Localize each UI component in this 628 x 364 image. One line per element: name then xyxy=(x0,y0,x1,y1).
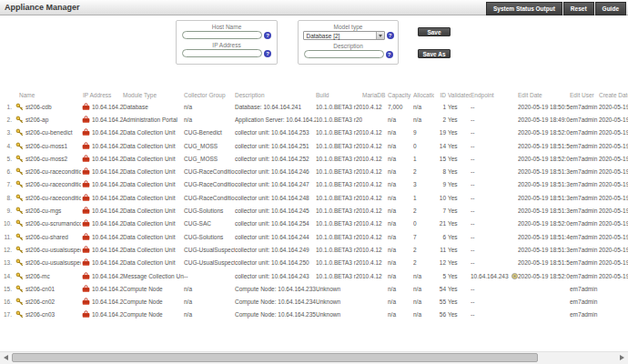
save-button[interactable]: Save xyxy=(418,27,451,36)
cell-validated: Yes xyxy=(448,204,471,217)
toolbox-icon[interactable] xyxy=(82,298,90,306)
model-type-select[interactable]: Database [2] xyxy=(303,31,385,40)
col-header-alloc[interactable]: Allocation xyxy=(413,89,434,100)
cell-text-alloc: n/a xyxy=(413,116,421,123)
toolbox-icon[interactable] xyxy=(82,180,90,188)
help-icon[interactable]: ? xyxy=(387,32,394,39)
col-header-id[interactable]: ID xyxy=(434,89,448,100)
chevron-down-icon[interactable] xyxy=(376,32,384,39)
guide-button[interactable]: Guide xyxy=(595,2,626,15)
key-icon[interactable] xyxy=(15,128,24,136)
help-icon[interactable]: ? xyxy=(264,50,271,57)
key-icon[interactable] xyxy=(15,219,24,228)
cell-text-desc: Compute Node: 10.64.164.235 xyxy=(235,311,316,318)
key-icon[interactable] xyxy=(15,194,24,202)
toolbox-icon[interactable] xyxy=(82,272,90,280)
key-icon[interactable] xyxy=(15,285,24,293)
toolbox-icon[interactable] xyxy=(82,258,90,267)
cell-capacity: n/a xyxy=(388,282,413,295)
help-icon[interactable]: ? xyxy=(386,51,393,58)
host-name-input[interactable] xyxy=(182,31,262,39)
cell-id: 5 xyxy=(434,269,448,282)
cell-text-desc: collector unit: 10.64.164.254 xyxy=(235,220,309,227)
cell-desc: collector unit: 10.64.164.252 xyxy=(235,152,316,165)
cell-edit_user: em7admin xyxy=(570,126,599,139)
key-icon[interactable] xyxy=(15,233,24,241)
key-icon[interactable] xyxy=(15,310,24,318)
save-as-button[interactable]: Save As xyxy=(418,49,451,58)
key-icon[interactable] xyxy=(15,258,24,267)
col-header-edit_user[interactable]: Edit User xyxy=(570,89,599,100)
key-icon[interactable] xyxy=(15,180,24,188)
cell-cug: CUG_MOSS xyxy=(184,152,235,165)
toolbox-icon[interactable] xyxy=(82,310,90,318)
cell-text-mariadb: 10.4.12 xyxy=(362,129,382,136)
toolbox-icon[interactable] xyxy=(82,219,90,228)
col-header-endpoint[interactable]: Endpoint xyxy=(471,89,518,100)
key-icon[interactable] xyxy=(15,116,24,124)
cell-text-create_date: 2020-05-19 xyxy=(599,234,628,240)
toolbox-icon[interactable] xyxy=(82,167,90,176)
cell-text-name: st206-cu-shared xyxy=(25,234,68,240)
cell-validated: Yes xyxy=(448,230,471,243)
cell-num: 8. xyxy=(0,191,15,204)
help-icon[interactable]: ? xyxy=(264,32,271,39)
cell-text-endpoint: -- xyxy=(471,195,474,201)
scroll-right-arrow-icon[interactable] xyxy=(620,355,624,360)
col-header-name[interactable]: Name xyxy=(15,89,81,100)
key-icon[interactable] xyxy=(15,155,24,163)
reset-button[interactable]: Reset xyxy=(563,2,594,15)
col-header-capacity[interactable]: Capacity xyxy=(388,89,413,100)
col-header-cug[interactable]: Collector Group xyxy=(184,89,235,100)
toolbox-icon[interactable] xyxy=(82,285,90,293)
scrollbar-thumb[interactable] xyxy=(12,353,538,362)
cell-build: Unknown xyxy=(316,282,362,295)
col-header-validated[interactable]: Validated xyxy=(448,89,471,100)
cell-text-endpoint: -- xyxy=(471,207,474,214)
toolbox-icon[interactable] xyxy=(82,207,90,215)
key-icon[interactable] xyxy=(15,246,24,254)
key-icon[interactable] xyxy=(15,103,24,111)
toolbox-icon[interactable] xyxy=(82,128,90,136)
toolbox-icon[interactable] xyxy=(82,142,90,150)
description-input[interactable] xyxy=(304,50,384,58)
cell-text-ip: 10.64.164.242 xyxy=(92,116,123,123)
col-header-build[interactable]: Build xyxy=(316,89,362,100)
key-icon[interactable] xyxy=(15,272,24,280)
key-icon[interactable] xyxy=(15,142,24,150)
col-header-ip[interactable]: IP Address xyxy=(81,89,123,100)
system-status-output-button[interactable]: System Status Output xyxy=(486,2,562,15)
toolbox-icon[interactable] xyxy=(82,233,90,241)
col-header-desc[interactable]: Description xyxy=(235,89,316,100)
cell-ip: 10.64.164.246 xyxy=(81,165,123,177)
scroll-left-arrow-icon[interactable] xyxy=(4,355,8,360)
cell-text-validated: Yes xyxy=(448,247,458,253)
col-header-module[interactable]: Module Type xyxy=(123,89,184,100)
toolbox-icon[interactable] xyxy=(82,116,90,124)
horizontal-scrollbar[interactable] xyxy=(0,351,628,364)
cell-text-build: 10.1.0.BETA3 r2097 xyxy=(316,259,362,266)
cell-text-create_date: 2020-05-19 xyxy=(599,104,628,110)
cell-text-create_date: 2020-05-19 xyxy=(599,247,628,253)
cell-text-name: st206-cu-moss2 xyxy=(25,156,67,162)
toolbox-icon[interactable] xyxy=(82,194,90,202)
key-icon[interactable] xyxy=(15,298,24,306)
system-icon[interactable] xyxy=(511,272,518,280)
key-icon[interactable] xyxy=(15,167,24,176)
cell-text-cug: n/a xyxy=(184,311,192,318)
cell-num: 10. xyxy=(0,217,15,230)
toolbox-icon[interactable] xyxy=(82,155,90,163)
cell-desc: collector unit: 10.64.164.248 xyxy=(235,191,316,204)
col-header-mariadb[interactable]: MariaDB xyxy=(362,89,388,100)
toolbox-icon[interactable] xyxy=(82,103,90,111)
ip-address-input[interactable] xyxy=(182,49,262,57)
cell-ip: 10.64.164.253 xyxy=(81,126,123,139)
cell-text-id: 9 xyxy=(442,181,446,187)
col-header-edit_date[interactable]: Edit Date xyxy=(518,89,570,100)
cell-num: 4. xyxy=(0,139,15,152)
key-icon[interactable] xyxy=(15,207,24,215)
col-header-create_date[interactable]: Create Date xyxy=(599,89,628,100)
cell-text-desc: Database: 10.64.164.241 xyxy=(235,104,301,110)
cell-text-id: 10 xyxy=(440,195,446,201)
toolbox-icon[interactable] xyxy=(82,246,90,254)
